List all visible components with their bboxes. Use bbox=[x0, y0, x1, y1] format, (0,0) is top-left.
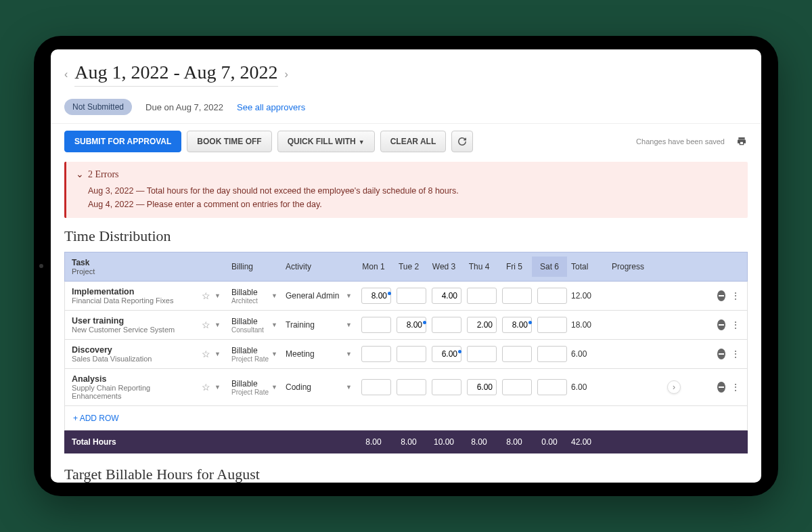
caret-down-icon[interactable]: ▼ bbox=[271, 322, 277, 328]
hours-input[interactable] bbox=[467, 317, 497, 333]
hours-input[interactable] bbox=[432, 379, 461, 395]
remove-row-icon[interactable] bbox=[717, 319, 725, 330]
quick-fill-button[interactable]: QUICK FILL WITH▼ bbox=[277, 131, 375, 152]
activity-name: Coding bbox=[286, 382, 311, 392]
table-row: Discovery Sales Data Visualization ☆ ▼ B… bbox=[64, 340, 748, 369]
hours-input[interactable] bbox=[397, 288, 426, 304]
error-line: Aug 4, 2022 — Please enter a comment on … bbox=[88, 198, 738, 211]
comment-indicator-icon bbox=[528, 321, 532, 324]
activity-name: Training bbox=[286, 320, 315, 330]
remove-row-icon[interactable] bbox=[717, 349, 725, 359]
star-icon[interactable]: ☆ bbox=[202, 349, 210, 359]
activity-name: General Admin bbox=[286, 291, 339, 301]
project-name: New Customer Service System bbox=[72, 326, 198, 334]
hours-input[interactable] bbox=[502, 346, 532, 362]
activity-name: Meeting bbox=[286, 349, 315, 359]
hours-input[interactable] bbox=[537, 379, 567, 395]
row-menu-icon[interactable]: ⋮ bbox=[731, 291, 740, 301]
caret-down-icon[interactable]: ▼ bbox=[215, 322, 221, 328]
row-menu-icon[interactable]: ⋮ bbox=[731, 349, 740, 359]
billing-type: Billable bbox=[231, 379, 269, 389]
caret-down-icon[interactable]: ▼ bbox=[271, 351, 277, 357]
hours-input[interactable] bbox=[361, 288, 391, 304]
book-time-off-button[interactable]: BOOK TIME OFF bbox=[187, 131, 271, 152]
status-badge: Not Submitted bbox=[64, 99, 132, 115]
row-total: 18.00 bbox=[567, 315, 608, 335]
hours-input[interactable] bbox=[537, 288, 567, 304]
refresh-icon bbox=[457, 137, 467, 146]
hours-input[interactable] bbox=[432, 317, 461, 333]
caret-down-icon[interactable]: ▼ bbox=[346, 322, 352, 328]
hours-input[interactable] bbox=[361, 317, 391, 333]
add-row-link[interactable]: + ADD ROW bbox=[73, 414, 119, 423]
billing-type: Billable bbox=[231, 317, 264, 326]
billing-type: Billable bbox=[231, 288, 258, 297]
hours-input[interactable] bbox=[397, 317, 426, 333]
project-name: Sales Data Visualization bbox=[72, 355, 198, 363]
caret-down-icon[interactable]: ▼ bbox=[346, 292, 352, 299]
submit-approval-button[interactable]: SUBMIT FOR APPROVAL bbox=[64, 131, 181, 152]
prev-week-icon[interactable]: ‹ bbox=[64, 68, 68, 81]
section-title-billable: Target Billable Hours for August bbox=[51, 453, 761, 483]
hours-input[interactable] bbox=[361, 346, 391, 362]
table-row: Implementation Financial Data Reporting … bbox=[64, 282, 748, 311]
task-name: User training bbox=[72, 316, 198, 326]
hours-input[interactable] bbox=[467, 288, 497, 304]
remove-row-icon[interactable] bbox=[717, 290, 725, 301]
hours-input[interactable] bbox=[467, 379, 497, 395]
caret-down-icon[interactable]: ▼ bbox=[215, 384, 221, 391]
caret-down-icon[interactable]: ▼ bbox=[271, 292, 277, 299]
billing-rate: Project Rate bbox=[231, 355, 269, 363]
project-name: Financial Data Reporting Fixes bbox=[72, 296, 198, 305]
hours-input[interactable] bbox=[397, 379, 426, 395]
caret-down-icon[interactable]: ▼ bbox=[215, 292, 221, 299]
scroll-right-icon[interactable]: › bbox=[667, 380, 681, 394]
project-name: Supply Chain Reporting Enhancements bbox=[72, 384, 198, 400]
hours-input[interactable] bbox=[432, 346, 461, 362]
row-menu-icon[interactable]: ⋮ bbox=[731, 320, 740, 330]
hours-input[interactable] bbox=[502, 317, 532, 333]
star-icon[interactable]: ☆ bbox=[202, 382, 210, 393]
hours-input[interactable] bbox=[502, 288, 532, 304]
chevron-down-icon: ⌄ bbox=[76, 169, 84, 180]
hours-input[interactable] bbox=[537, 317, 567, 333]
hours-input[interactable] bbox=[467, 346, 497, 362]
hours-input[interactable] bbox=[502, 379, 532, 395]
caret-down-icon: ▼ bbox=[359, 139, 365, 146]
task-name: Implementation bbox=[72, 287, 198, 296]
caret-down-icon[interactable]: ▼ bbox=[271, 384, 277, 391]
star-icon[interactable]: ☆ bbox=[202, 290, 210, 301]
comment-indicator-icon bbox=[388, 292, 391, 295]
table-row: Analysis Supply Chain Reporting Enhancem… bbox=[64, 369, 748, 406]
billing-rate: Project Rate bbox=[231, 389, 269, 396]
hours-input[interactable] bbox=[397, 346, 426, 362]
caret-down-icon[interactable]: ▼ bbox=[215, 351, 221, 357]
row-menu-icon[interactable]: ⋮ bbox=[731, 382, 740, 392]
refresh-button[interactable] bbox=[451, 131, 473, 152]
clear-all-button[interactable]: CLEAR ALL bbox=[380, 131, 447, 152]
section-title: Time Distribution bbox=[51, 227, 761, 252]
billing-rate: Architect bbox=[231, 297, 258, 305]
row-total: 6.00 bbox=[567, 344, 608, 364]
hours-input[interactable] bbox=[432, 288, 461, 304]
table-row: User training New Customer Service Syste… bbox=[64, 311, 748, 340]
table-footer: Total Hours 8.00 8.00 10.00 8.00 8.00 0.… bbox=[64, 430, 748, 453]
comment-indicator-icon bbox=[458, 350, 461, 353]
hours-input[interactable] bbox=[537, 346, 567, 362]
row-total: 12.00 bbox=[567, 286, 608, 306]
comment-indicator-icon bbox=[423, 321, 426, 324]
star-icon[interactable]: ☆ bbox=[202, 319, 210, 330]
error-line: Aug 3, 2022 — Total hours for the day sh… bbox=[88, 184, 738, 198]
print-icon[interactable] bbox=[736, 136, 748, 147]
row-total: 6.00 bbox=[567, 377, 608, 397]
remove-row-icon[interactable] bbox=[717, 382, 725, 393]
caret-down-icon[interactable]: ▼ bbox=[346, 384, 352, 391]
error-panel: ⌄ 2 Errors Aug 3, 2022 — Total hours for… bbox=[64, 162, 748, 218]
hours-input[interactable] bbox=[361, 379, 391, 395]
caret-down-icon[interactable]: ▼ bbox=[346, 351, 352, 357]
table-header: Task Project Billing Activity Mon 1 Tue … bbox=[64, 252, 748, 282]
next-week-icon[interactable]: › bbox=[285, 68, 288, 81]
see-approvers-link[interactable]: See all approvers bbox=[237, 102, 305, 112]
billing-rate: Consultant bbox=[231, 326, 264, 334]
error-header-toggle[interactable]: ⌄ 2 Errors bbox=[76, 169, 738, 180]
